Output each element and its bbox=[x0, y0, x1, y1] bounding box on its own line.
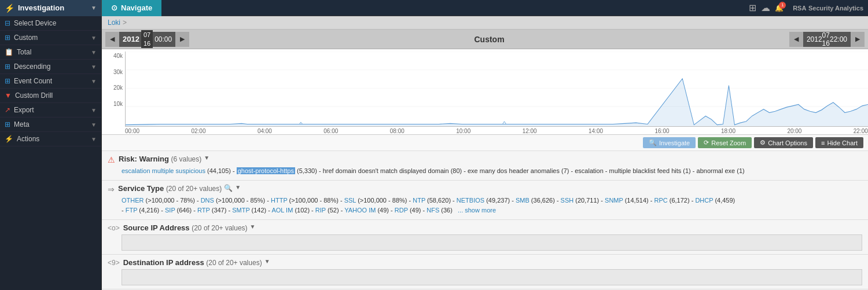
start-year: 2012 bbox=[123, 35, 139, 43]
meta-section-service-type: ⇒ Service Type (20 of 20+ values) 🔍 ▼ OT… bbox=[102, 181, 868, 220]
x-00: 00:00 bbox=[125, 128, 139, 134]
risk-expand[interactable]: ▼ bbox=[204, 155, 209, 161]
risk-header: ⚠ Risk: Warning (6 values) ▼ bbox=[108, 155, 862, 164]
time-forward-start-btn[interactable]: ▶ bbox=[175, 32, 189, 47]
svc-smb[interactable]: SMB bbox=[516, 197, 529, 204]
chart-plot[interactable] bbox=[125, 52, 868, 127]
sidebar-label-select-device: Select Device bbox=[14, 19, 97, 27]
time-center-label: Custom bbox=[189, 35, 789, 44]
service-type-expand[interactable]: ▼ bbox=[235, 184, 241, 190]
svc-ftp[interactable]: FTP bbox=[126, 207, 138, 214]
grid-icon[interactable]: ⊞ bbox=[749, 2, 756, 13]
dest-ip-icon: <9> bbox=[108, 259, 120, 267]
svc-snmp[interactable]: SNMP bbox=[605, 197, 623, 204]
reset-zoom-label: Reset Zoom bbox=[711, 140, 746, 146]
rsa-text: RSA bbox=[793, 5, 806, 12]
svc-netbios[interactable]: NETBIOS bbox=[457, 197, 484, 204]
svc-ssh[interactable]: SSH bbox=[561, 197, 574, 204]
cloud-icon[interactable]: ☁ bbox=[761, 2, 770, 13]
breadcrumb-loki[interactable]: Loki bbox=[108, 19, 120, 27]
end-year: 2012 bbox=[807, 35, 822, 43]
svc-dhcp[interactable]: DHCP bbox=[695, 197, 713, 204]
chart-options-button[interactable]: ⚙ Chart Options bbox=[754, 137, 813, 148]
reset-zoom-icon: ⟳ bbox=[704, 139, 709, 146]
dest-ip-header: <9> Destination IP address (20 of 20+ va… bbox=[108, 258, 862, 267]
time-start: 2012 07 16 00:00 bbox=[119, 32, 175, 47]
risk-values: escalation multiple suspicious (44,105) … bbox=[108, 166, 862, 177]
sidebar-item-custom[interactable]: ⊞ Custom ▼ bbox=[0, 31, 101, 45]
sidebar-label-custom-drill: Custom Drill bbox=[15, 91, 97, 100]
show-more-link[interactable]: ... show more bbox=[458, 207, 496, 214]
sidebar-item-export[interactable]: ↗ Export ▼ bbox=[0, 103, 101, 118]
x-20: 20:00 bbox=[787, 128, 801, 134]
notification-badge[interactable]: 🔔 1 bbox=[775, 4, 784, 12]
sidebar-label-actions: Actions bbox=[17, 135, 91, 143]
descending-chevron: ▼ bbox=[91, 64, 97, 70]
app-title-section[interactable]: ⚡ Investigation ▼ bbox=[0, 0, 102, 16]
descending-icon: ⊞ bbox=[5, 63, 10, 71]
time-back-end-btn[interactable]: ◀ bbox=[789, 32, 803, 47]
svg-marker-4 bbox=[126, 79, 868, 126]
x-02: 02:00 bbox=[191, 128, 205, 134]
svc-rip[interactable]: RIP bbox=[315, 207, 326, 214]
export-chevron: ▼ bbox=[91, 107, 97, 113]
x-06: 06:00 bbox=[323, 128, 338, 134]
sidebar-item-actions[interactable]: ⚡ Actions ▼ bbox=[0, 132, 101, 146]
service-type-search[interactable]: 🔍 bbox=[224, 184, 233, 192]
x-18: 18:00 bbox=[721, 128, 735, 134]
source-ip-expand[interactable]: ▼ bbox=[250, 223, 256, 230]
sidebar: ⊟ Select Device ⊞ Custom ▼ 📋 Total ▼ ⊞ D… bbox=[0, 16, 102, 290]
x-12: 12:00 bbox=[523, 128, 537, 134]
dest-ip-title: Destination IP address (20 of 20+ values… bbox=[123, 258, 262, 267]
investigate-icon: 🔍 bbox=[649, 139, 657, 146]
sidebar-label-total: Total bbox=[17, 48, 91, 56]
navigate-label: Navigate bbox=[121, 3, 152, 12]
svc-rdp[interactable]: RDP bbox=[395, 207, 408, 214]
time-bar: ◀ 2012 07 16 00:00 ▶ Custom ◀ 2012 07 16… bbox=[102, 30, 868, 49]
y-label-30k: 30k bbox=[103, 69, 123, 75]
reset-zoom-button[interactable]: ⟳ Reset Zoom bbox=[698, 137, 752, 148]
app-title-chevron[interactable]: ▼ bbox=[91, 5, 97, 11]
svc-nfs[interactable]: NFS bbox=[426, 207, 439, 214]
svc-yahooim[interactable]: YAHOO IM bbox=[344, 207, 376, 214]
svc-sip[interactable]: SIP bbox=[165, 207, 175, 214]
dest-ip-count: (20 of 20+ values) bbox=[206, 259, 262, 267]
risk-link-1[interactable]: escalation multiple suspicious bbox=[122, 167, 205, 174]
time-forward-end-btn[interactable]: ▶ bbox=[851, 32, 865, 47]
source-ip-block bbox=[122, 234, 862, 251]
sidebar-item-custom-drill[interactable]: ▼ Custom Drill bbox=[0, 89, 101, 103]
hide-chart-button[interactable]: ≡ Hide Chart bbox=[815, 137, 863, 148]
hide-chart-icon: ≡ bbox=[821, 140, 825, 146]
total-chevron: ▼ bbox=[91, 49, 97, 56]
y-label-10k: 10k bbox=[103, 101, 123, 107]
svc-rtp[interactable]: RTP bbox=[197, 207, 210, 214]
svc-ntp[interactable]: NTP bbox=[413, 197, 425, 204]
total-icon: 📋 bbox=[5, 48, 13, 56]
svc-smtp[interactable]: SMTP bbox=[232, 207, 249, 214]
sidebar-item-event-count[interactable]: ⊞ Event Count ▼ bbox=[0, 74, 101, 89]
svc-http[interactable]: HTTP bbox=[271, 197, 288, 204]
navigate-tab[interactable]: ⊙ Navigate bbox=[102, 0, 161, 16]
content-area: Loki > ◀ 2012 07 16 00:00 ▶ Custom ◀ 201… bbox=[102, 16, 868, 290]
chart-actions: 🔍 Investigate ⟳ Reset Zoom ⚙ Chart Optio… bbox=[102, 135, 868, 151]
sidebar-item-descending[interactable]: ⊞ Descending ▼ bbox=[0, 60, 101, 74]
time-back-btn[interactable]: ◀ bbox=[105, 32, 119, 47]
dest-ip-expand[interactable]: ▼ bbox=[264, 258, 270, 265]
sidebar-item-select-device[interactable]: ⊟ Select Device bbox=[0, 16, 101, 31]
event-count-icon: ⊞ bbox=[5, 77, 10, 85]
svc-aolim[interactable]: AOL IM bbox=[271, 207, 293, 214]
sidebar-item-total[interactable]: 📋 Total ▼ bbox=[0, 45, 101, 60]
time-end: 2012 07 16 22:00 bbox=[803, 32, 851, 47]
app-title: Investigation bbox=[18, 3, 91, 12]
risk-link-2-highlighted[interactable]: ghost-protocol-https bbox=[237, 167, 295, 174]
sidebar-item-meta[interactable]: ⊞ Meta ▼ bbox=[0, 118, 101, 132]
meta-section-source-ip: <o> Source IP Address (20 of 20+ values)… bbox=[102, 220, 868, 255]
svc-dns[interactable]: DNS bbox=[201, 197, 214, 204]
rsa-logo: RSA Security Analytics bbox=[793, 3, 863, 12]
investigate-button[interactable]: 🔍 Investigate bbox=[643, 137, 696, 148]
event-count-chevron: ▼ bbox=[91, 78, 97, 85]
svc-ssl[interactable]: SSL bbox=[344, 197, 356, 204]
svc-rpc[interactable]: RPC bbox=[654, 197, 667, 204]
top-nav-right: ⊞ ☁ 🔔 1 RSA Security Analytics bbox=[749, 2, 868, 13]
svc-other[interactable]: OTHER bbox=[122, 197, 144, 204]
